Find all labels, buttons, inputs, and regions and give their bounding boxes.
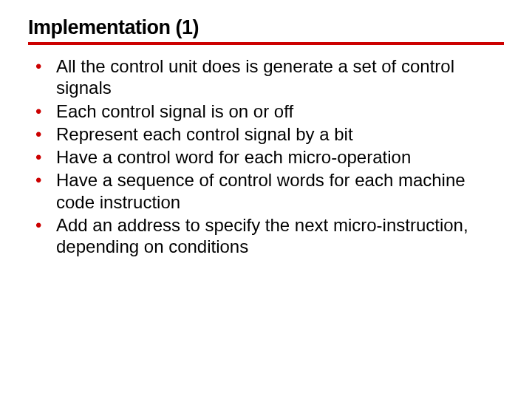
bullet-list: All the control unit does is generate a … [28,55,504,257]
list-item: Each control signal is on or off [35,100,504,122]
list-item: Have a control word for each micro-opera… [35,146,504,168]
slide-title: Implementation (1) [28,16,504,45]
list-item: All the control unit does is generate a … [35,55,504,99]
slide: Implementation (1) All the control unit … [0,0,532,257]
list-item: Add an address to specify the next micro… [35,214,504,258]
list-item: Represent each control signal by a bit [35,123,504,145]
list-item: Have a sequence of control words for eac… [35,169,504,213]
